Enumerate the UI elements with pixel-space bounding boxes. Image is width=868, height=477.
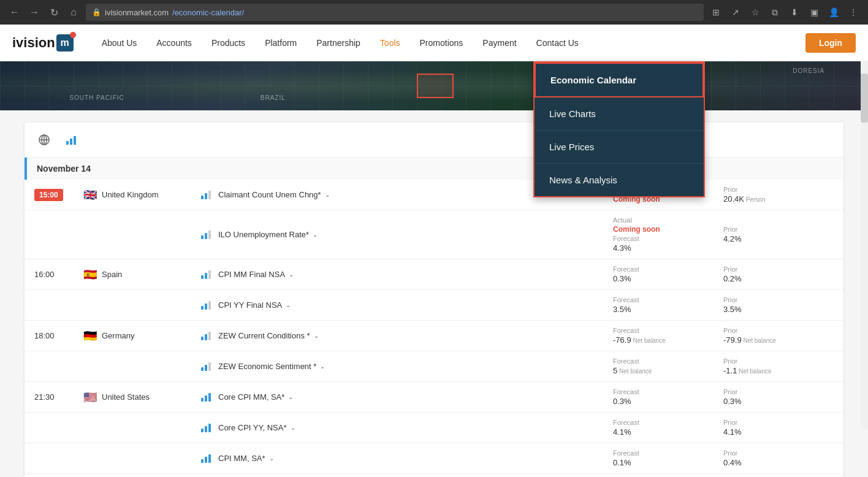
window-icon[interactable]: ▣ [807,5,821,20]
logo-m-box: m [56,34,74,52]
event-chevron: ⌄ [325,191,330,198]
tools-dropdown: Economic Calendar Live Charts Live Price… [533,61,705,197]
forecast-label: Forecast [613,388,723,395]
flag-icon: 🇬🇧 [83,190,97,200]
forecast-label: Forecast [613,357,723,365]
logo-m-letter: m [61,37,69,48]
forecast-value: -76.9 Net balance [613,335,723,345]
share-icon[interactable]: ↗ [728,5,743,20]
nav-about-us[interactable]: About Us [92,25,147,61]
nav-tools[interactable]: Tools [370,25,410,61]
map-label-east: DORESIA [793,67,824,74]
signal-bars-icon [201,424,211,432]
scrollbar-thumb[interactable] [861,74,868,123]
signal-bars-icon [201,231,211,239]
flag-icon: 🇺🇸 [83,392,97,402]
nav-contact-us[interactable]: Contact Us [527,25,588,61]
forecast-value: 5 Net balance [613,366,723,375]
map-label-brazil: BRAZIL [261,94,286,101]
prior-cell: Prior0.4% [723,449,834,467]
prior-label: Prior [723,327,834,334]
signal-cell [194,301,218,310]
prior-sub: Net balance [742,337,776,344]
forecast-value: 0.3% [613,397,723,406]
forecast-label: Forecast [613,265,723,273]
calendar-rows: 15:00🇬🇧United KingdomClaimant Count Unem… [25,180,843,477]
event-chevron: ⌄ [269,455,274,462]
actual-forecast-cell: Forecast0.1% [613,449,723,467]
login-button[interactable]: Login [805,33,856,53]
menu-icon[interactable]: ⋮ [846,5,861,20]
forecast-label: Forecast [613,419,723,426]
download-icon[interactable]: ⬇ [787,5,802,20]
prior-label: Prior [723,449,834,457]
forecast-value: 0.1% [613,458,723,467]
signal-cell [194,332,218,340]
profile-icon[interactable]: 👤 [826,5,841,20]
translate-icon[interactable]: ⊞ [709,5,723,20]
time-badge: 15:00 [34,189,63,201]
prior-value: 0.4% [723,458,834,467]
nav-payment[interactable]: Payment [473,25,526,61]
prior-sub: Net balance [737,368,771,375]
time-cell: 15:00 [34,189,83,201]
globe-icon[interactable] [34,130,54,150]
dropdown-economic-calendar[interactable]: Economic Calendar [535,63,704,97]
main-content: November 14 15:00🇬🇧United KingdomClaiman… [0,110,868,477]
signal-bars-icon [201,270,211,279]
event-name: Core CPI MM, SA* [218,392,284,402]
home-button[interactable]: ⌂ [66,5,81,20]
signal-cell [194,424,218,432]
event-cell: CPI YY Final NSA ⌄ [218,300,613,310]
prior-value: 3.5% [723,305,834,314]
country-cell: 🇺🇸United States [83,392,194,402]
prior-cell: Prior3.5% [723,296,834,314]
signal-cell [194,454,218,463]
bookmark-icon[interactable]: ☆ [748,5,763,20]
nav-partnership[interactable]: Partnership [306,25,370,61]
signal-bars-icon [201,301,211,310]
back-button[interactable]: ← [7,5,22,20]
dropdown-news-analysis[interactable]: News & Analysis [535,164,704,196]
country-cell: 🇬🇧United Kingdom [83,190,194,200]
signal-bars-icon [201,362,211,371]
coming-soon-badge: Coming soon [613,225,723,234]
signal-cell [194,231,218,239]
forecast-sub: Net balance [617,368,652,375]
refresh-button[interactable]: ↻ [47,5,61,20]
scrollbar[interactable] [861,61,868,429]
address-bar[interactable]: 🔒 ivisionmarket.com /economic-calendar/ [86,4,704,21]
event-chevron: ⌄ [313,231,318,238]
event-chevron: ⌄ [286,302,291,308]
signal-bars-icon [201,332,211,340]
calendar-toolbar [25,123,843,158]
actual-forecast-cell: Forecast0.3% [613,265,723,283]
dropdown-live-charts[interactable]: Live Charts [535,97,704,131]
nav-platform[interactable]: Platform [255,25,306,61]
table-row: 18:00🇩🇪GermanyZEW Current Conditions * ⌄… [25,321,843,351]
prior-cell: Prior20.4K Person [723,186,834,204]
table-row: CPI MM, SA* ⌄Forecast0.1%Prior0.4% [25,443,843,474]
svg-rect-6 [74,136,76,145]
prior-cell: Prior4.1% [723,419,834,437]
prior-label: Prior [723,419,834,426]
dropdown-live-prices[interactable]: Live Prices [535,131,704,164]
signal-cell [194,191,218,199]
prior-value: -79.9 Net balance [723,335,834,345]
signal-bars-icon [201,393,211,402]
forward-button[interactable]: → [27,5,42,20]
nav-accounts[interactable]: Accounts [147,25,202,61]
table-row: ZEW Economic Sentiment * ⌄Forecast5 Net … [25,351,843,382]
table-row: 21:30🇺🇸United StatesCore CPI MM, SA* ⌄Fo… [25,382,843,413]
event-cell: Core CPI MM, SA* ⌄ [218,392,613,402]
actual-forecast-cell: Forecast0.3% [613,388,723,406]
nav-products[interactable]: Products [202,25,255,61]
signal-bars-icon [201,191,211,199]
forecast-label: Forecast [613,296,723,303]
bar-chart-icon[interactable] [61,130,81,150]
prior-cell: Prior0.2% [723,265,834,283]
country-cell: 🇪🇸Spain [83,270,194,280]
nav-promotions[interactable]: Promotions [410,25,473,61]
logo[interactable]: ivision m [12,34,74,52]
extensions-icon[interactable]: ⧉ [767,5,782,20]
